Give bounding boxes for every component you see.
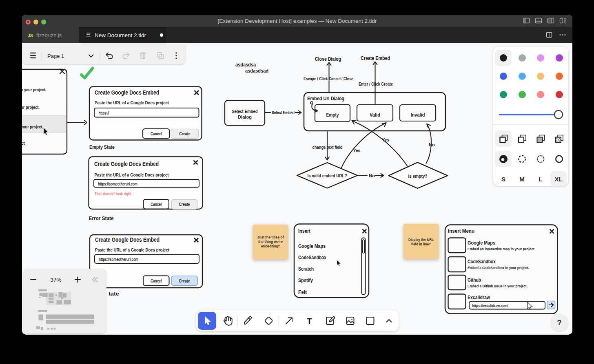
svg-text:Just the titles of: Just the titles of — [257, 235, 284, 239]
svg-text:Create Google Docs Embed: Create Google Docs Embed — [95, 89, 159, 96]
svg-text:Cancel: Cancel — [151, 131, 162, 136]
svg-text:asdasdsa: asdasdsa — [235, 62, 256, 68]
svg-text:Select Embed: Select Embed — [232, 109, 258, 114]
svg-text:Cancel: Cancel — [151, 278, 162, 283]
svg-text:https://: https:// — [99, 110, 109, 115]
svg-text:https://someotherurl.com: https://someotherurl.com — [98, 181, 137, 186]
svg-text:Select Embed: Select Embed — [272, 110, 295, 115]
svg-text:Empty State: Empty State — [89, 144, 115, 150]
svg-text:n your project.: n your project. — [22, 87, 46, 92]
svg-text:No: No — [429, 142, 435, 147]
svg-text:Page 1: Page 1 — [47, 53, 64, 59]
svg-text:Is empty?: Is empty? — [408, 174, 428, 179]
svg-text:embedding?: embedding? — [261, 244, 280, 248]
svg-text:field in line?: field in line? — [411, 242, 431, 246]
svg-text:Create: Create — [179, 202, 190, 207]
svg-text:Create Google Docs Embed: Create Google Docs Embed — [95, 236, 160, 243]
svg-text:https://excalidraw.com/: https://excalidraw.com/ — [472, 303, 508, 308]
svg-text:CodeSandbox: CodeSandbox — [298, 255, 326, 260]
svg-text:your project.: your project. — [22, 124, 43, 129]
svg-text:Embed an interactive map in yo: Embed an interactive map in your project… — [468, 247, 535, 251]
svg-text:Spotify: Spotify — [298, 278, 313, 283]
svg-text:Create: Create — [179, 131, 190, 136]
svg-text:Enter / Click Create: Enter / Click Create — [359, 82, 393, 86]
svg-text:T: T — [307, 316, 312, 326]
svg-text:Google Maps: Google Maps — [298, 243, 326, 249]
svg-text:Create Embed: Create Embed — [361, 55, 390, 61]
svg-text:Embed Url Dialog: Embed Url Dialog — [307, 95, 344, 101]
svg-text:Yes: Yes — [353, 148, 360, 153]
svg-text:Excalidraw: Excalidraw — [468, 294, 490, 300]
svg-text:Create Google Docs Embed: Create Google Docs Embed — [94, 161, 159, 167]
svg-text:Is valid embed URL?: Is valid embed URL? — [308, 173, 347, 178]
svg-text:No: No — [369, 173, 375, 178]
svg-text:change text field: change text field — [313, 145, 343, 150]
svg-text:Felt: Felt — [298, 289, 307, 295]
svg-text:Invalid: Invalid — [411, 112, 425, 118]
svg-text:Escape / Click Cancel / Close: Escape / Click Cancel / Close — [304, 76, 353, 81]
svg-text:Google Maps: Google Maps — [468, 240, 495, 246]
svg-text:Empty: Empty — [326, 112, 339, 118]
svg-text:Paste the URL of a Google Docs: Paste the URL of a Google Docs project — [95, 172, 169, 177]
svg-text:ur project.: ur project. — [22, 105, 40, 110]
svg-text:37%: 37% — [50, 277, 61, 283]
svg-text:Yes: Yes — [382, 137, 389, 142]
svg-text:Paste the URL of a Google Docs: Paste the URL of a Google Docs project — [95, 247, 169, 252]
svg-text:ct: ct — [22, 141, 25, 146]
svg-text:Insert Menu: Insert Menu — [448, 228, 474, 234]
svg-text:Dialog: Dialog — [238, 115, 252, 119]
svg-text:Close Dialog: Close Dialog — [315, 56, 341, 62]
svg-text:Insert: Insert — [298, 228, 311, 234]
svg-text:Embed a Github Issue in your p: Embed a Github Issue in your project. — [468, 284, 528, 288]
svg-text:https://someotherurl.com: https://someotherurl.com — [99, 257, 138, 262]
svg-text:Cancel: Cancel — [151, 202, 162, 207]
svg-text:Embed a CodeSandbox in your pr: Embed a CodeSandbox in your project. — [468, 266, 529, 270]
svg-text:That doesn't look right.: That doesn't look right. — [95, 191, 133, 196]
svg-text:asdasdsad: asdasdsad — [245, 68, 268, 74]
svg-text:CodeSandbox: CodeSandbox — [468, 258, 496, 265]
svg-text:Github: Github — [468, 277, 481, 283]
svg-text:the thing we're: the thing we're — [258, 240, 283, 244]
svg-text:Scratch: Scratch — [298, 266, 314, 272]
svg-text:Error State: Error State — [89, 215, 114, 221]
svg-text:Valid: Valid — [370, 112, 380, 118]
svg-text:tate: tate — [109, 291, 120, 297]
svg-text:Display the URL: Display the URL — [408, 238, 434, 242]
svg-text:Create: Create — [179, 278, 190, 283]
svg-text:Paste the URL of a Google Docs: Paste the URL of a Google Docs project — [95, 100, 169, 105]
